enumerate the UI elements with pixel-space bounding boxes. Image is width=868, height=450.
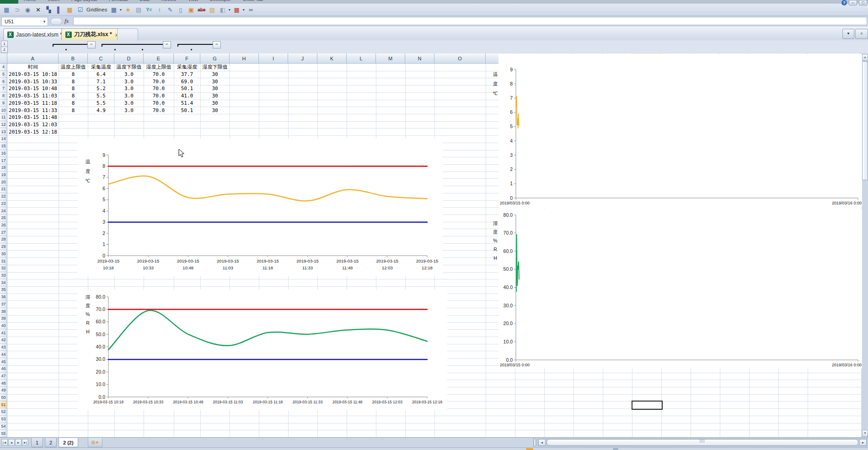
paste-shape-icon-dropdown[interactable]: ▼	[228, 8, 231, 11]
row-header-13[interactable]: 13	[0, 128, 7, 135]
row-header-53[interactable]: 53	[0, 416, 7, 423]
last-sheet-icon[interactable]: ►|	[22, 439, 28, 446]
row-header-19[interactable]: 19	[0, 171, 7, 179]
edit-document-icon[interactable]: ✎	[165, 5, 175, 15]
table-cell[interactable]: 8	[59, 100, 88, 107]
column-header-S[interactable]: S	[573, 54, 603, 64]
outline-level-1-button[interactable]: 1	[1, 41, 8, 47]
row-header-47[interactable]: 47	[0, 373, 7, 380]
table-cell[interactable]: 2019-03-15 12:18	[7, 128, 59, 135]
row-header-42[interactable]: 42	[0, 337, 7, 344]
vertical-scrollbar[interactable]: ▲ ▼	[861, 54, 868, 437]
table-cell[interactable]: 3.0	[114, 100, 144, 107]
help-icon[interactable]: ?	[841, 0, 847, 5]
ribbon-tab-page-layout[interactable]: Page Layout	[71, 0, 97, 2]
table-cell[interactable]: 7.1	[88, 78, 114, 85]
camera-icon[interactable]: ◉	[23, 5, 32, 15]
ribbon-tab-home[interactable]: Home	[24, 0, 36, 2]
maximize-button[interactable]: ▢	[859, 0, 867, 5]
table-cell[interactable]: 2019-03-15 10:48	[7, 85, 59, 92]
scroll-down-icon[interactable]: ▼	[862, 430, 868, 437]
table-cell[interactable]: 69.0	[174, 78, 200, 85]
table-cell[interactable]: 8	[59, 71, 88, 78]
insert-function-button[interactable]: fx	[64, 17, 69, 25]
table-cell[interactable]: 2019-03-15 12:03	[7, 121, 59, 129]
row-header-22[interactable]: 22	[0, 193, 7, 200]
row-header-11[interactable]: 11	[0, 114, 7, 121]
active-cell-outline[interactable]	[632, 401, 663, 410]
row-header-12[interactable]: 12	[0, 121, 7, 129]
table-cell[interactable]: 2019-03-15 10:18	[7, 71, 59, 78]
row-header-37[interactable]: 37	[0, 300, 7, 308]
table-cell[interactable]: 37.7	[174, 71, 200, 78]
prev-sheet-icon[interactable]: ◄	[8, 439, 15, 446]
select-all-corner[interactable]	[0, 54, 7, 64]
ribbon-tab-review[interactable]: Review	[161, 0, 177, 2]
table-cell[interactable]: 70.0	[144, 107, 174, 114]
table-cell[interactable]: 5.2	[88, 85, 114, 92]
paste-shape-icon[interactable]: ◧	[218, 5, 227, 15]
row-header-24[interactable]: 24	[0, 207, 7, 214]
row-header-39[interactable]: 39	[0, 315, 7, 322]
print-icon[interactable]: ▤	[134, 5, 143, 15]
row-header-36[interactable]: 36	[0, 294, 7, 301]
row-header-30[interactable]: 30	[0, 250, 7, 257]
row-header-7[interactable]: 7	[0, 85, 7, 92]
table-cell[interactable]: 5.5	[88, 92, 114, 100]
ribbon-tab-developer[interactable]: Developer	[210, 0, 231, 2]
select-document-icon[interactable]: ▯	[176, 5, 185, 15]
row-header-45[interactable]: 45	[0, 358, 7, 365]
row-header-52[interactable]: 52	[0, 408, 7, 416]
column-header-N[interactable]: N	[405, 54, 434, 64]
table-cell[interactable]: 41.0	[174, 92, 200, 100]
column-header-AA[interactable]: AA	[808, 54, 861, 64]
row-header-5[interactable]: 5	[0, 71, 7, 78]
ribbon-tab-data[interactable]: Data	[140, 0, 150, 2]
row-header-16[interactable]: 16	[0, 150, 7, 157]
table-cell[interactable]: 8	[59, 92, 88, 100]
more-commands-icon[interactable]: ≂	[246, 5, 256, 15]
table-cell[interactable]: 3.0	[114, 107, 144, 114]
collapse-group-button[interactable]: −	[87, 41, 96, 48]
table-cell[interactable]: 4.9	[88, 107, 114, 114]
table-cell[interactable]: 51.4	[174, 100, 200, 107]
table-cell[interactable]: 30	[200, 85, 230, 92]
column-header-C[interactable]: C	[88, 54, 114, 64]
row-header-28[interactable]: 28	[0, 236, 7, 243]
table-cell[interactable]: 温度上限值	[59, 64, 88, 71]
table-cell[interactable]: 6.4	[88, 71, 114, 78]
tab-scroll-splitter[interactable]	[533, 439, 536, 446]
row-header-43[interactable]: 43	[0, 344, 7, 351]
column-header-L[interactable]: L	[347, 54, 376, 64]
row-header-31[interactable]: 31	[0, 257, 7, 265]
scroll-up-icon[interactable]: ▲	[862, 54, 868, 61]
row-header-33[interactable]: 33	[0, 272, 7, 279]
row-header-29[interactable]: 29	[0, 243, 7, 251]
fill-colors-icon[interactable]: ▩	[232, 5, 241, 15]
column-header-F[interactable]: F	[174, 54, 200, 64]
column-header-X[interactable]: X	[720, 54, 749, 64]
gridlines-checkbox-icon[interactable]: ☑	[75, 5, 85, 15]
save-icon[interactable]: ▦	[2, 5, 11, 15]
table-cell[interactable]: 采集湿度	[174, 64, 200, 71]
table-cell[interactable]: 50.1	[174, 107, 200, 114]
row-header-27[interactable]: 27	[0, 229, 7, 236]
column-header-R[interactable]: R	[544, 54, 573, 64]
table-cell[interactable]: 3.0	[114, 78, 144, 85]
name-box-dropdown-icon[interactable]: ▼	[41, 20, 48, 24]
sheet-tab-22[interactable]: 2 (2)	[59, 438, 78, 447]
row-header-51[interactable]: 51	[0, 401, 7, 408]
borders-dropdown-icon-dropdown[interactable]: ▼	[119, 8, 122, 11]
row-header-9[interactable]: 9	[0, 100, 7, 107]
document-tab-1[interactable]: Jason-latest.xlsm *	[3, 28, 66, 40]
table-cell[interactable]: 2019-03-15 11:48	[7, 114, 59, 121]
table-cell[interactable]: 8	[59, 107, 88, 114]
borders-dropdown-icon[interactable]: ▦	[109, 5, 118, 15]
next-sheet-icon[interactable]: ►	[15, 439, 21, 446]
row-header-54[interactable]: 54	[0, 423, 7, 430]
row-header-38[interactable]: 38	[0, 308, 7, 315]
row-header-18[interactable]: 18	[0, 164, 7, 171]
column-header-U[interactable]: U	[632, 54, 661, 64]
first-sheet-icon[interactable]: |◄	[1, 439, 8, 446]
row-header-40[interactable]: 40	[0, 322, 7, 330]
